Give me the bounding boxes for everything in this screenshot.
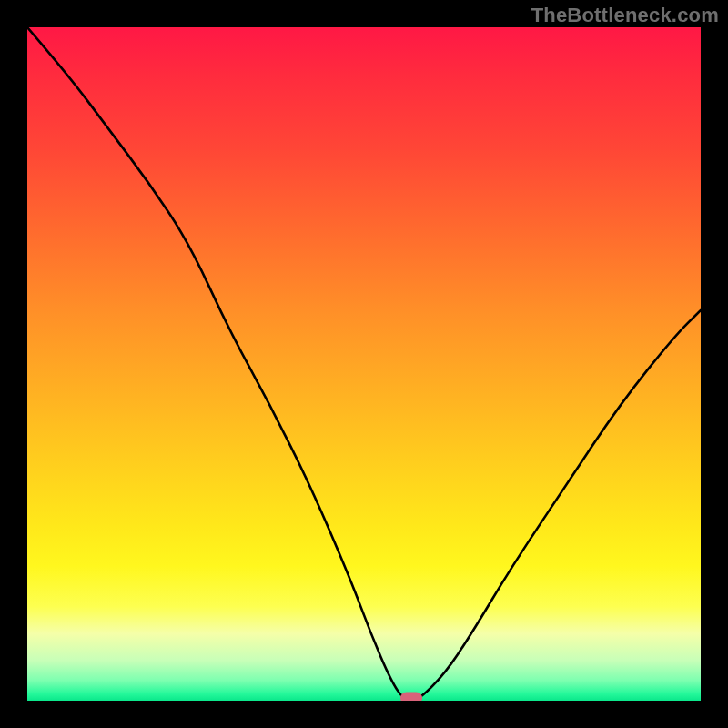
plot-area xyxy=(27,27,701,701)
chart-frame: TheBottleneck.com xyxy=(0,0,728,728)
watermark-label: TheBottleneck.com xyxy=(531,4,719,27)
bottleneck-curve xyxy=(27,27,701,701)
bottleneck-curve-path xyxy=(27,27,701,701)
optimal-point-marker xyxy=(400,693,422,702)
